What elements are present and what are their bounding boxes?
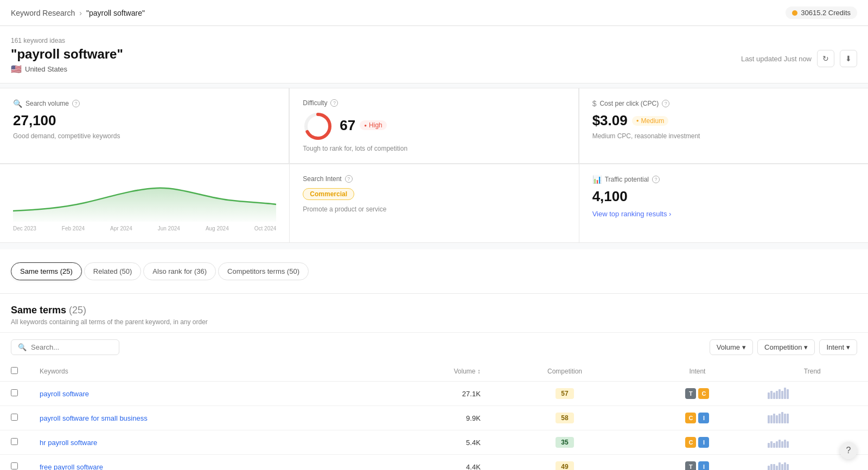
competition-filter-chevron-icon: ▾ [804, 343, 808, 351]
traffic-potential-value: 4,100 [592, 188, 855, 205]
keywords-table: Keywords Volume ↕ Competition Intent Tre… [0, 362, 868, 470]
keyword-link-1[interactable]: payroll software for small business [40, 414, 148, 422]
search-box[interactable]: 🔍 [11, 339, 119, 355]
search-box-icon: 🔍 [18, 343, 27, 351]
intent-badge-C-1: C [685, 413, 696, 423]
search-volume-metric: 🔍 Search volume ? 27,100 Good demand, co… [0, 88, 289, 164]
select-all-checkbox[interactable] [11, 367, 18, 374]
keywords-col-header: Keywords [29, 362, 366, 382]
cpc-sub: Medium CPC, reasonable investment [592, 132, 855, 140]
traffic-potential-info-icon[interactable]: ? [652, 176, 660, 183]
help-button[interactable]: ? [840, 442, 857, 459]
chart-label-4: Aug 2024 [206, 226, 229, 231]
search-volume-info-icon[interactable]: ? [72, 100, 80, 107]
section-desc: All keywords containing all terms of the… [11, 318, 857, 326]
filter-buttons: Volume ▾ Competition ▾ Intent ▾ [710, 339, 857, 355]
search-input[interactable] [31, 343, 112, 351]
table-container: 🔍 Volume ▾ Competition ▾ Intent ▾ [0, 332, 868, 470]
chart-label-3: Jun 2024 [158, 226, 180, 231]
difficulty-label: Difficulty [303, 99, 327, 107]
download-button[interactable]: ⬇ [840, 50, 857, 67]
traffic-potential-metric: 📊 Traffic potential ? 4,100 View top ran… [579, 164, 868, 242]
intent-filter-chevron-icon: ▾ [846, 343, 850, 351]
trend-bars-1 [768, 413, 857, 423]
cpc-value: $3.09 [592, 112, 628, 129]
tab-also-rank-for[interactable]: Also rank for (36) [143, 262, 216, 280]
competition-badge-3: 49 [556, 461, 573, 470]
cpc-label: Cost per click (CPC) [599, 100, 659, 107]
row-checkbox-0[interactable] [11, 389, 18, 396]
intent-badge-I-2: I [698, 437, 709, 448]
intent-col-header: Intent [638, 362, 756, 382]
view-results-link[interactable]: View top ranking results › [592, 210, 672, 218]
sparkline-labels: Dec 2023 Feb 2024 Apr 2024 Jun 2024 Aug … [13, 226, 276, 231]
row-checkbox-3[interactable] [11, 462, 18, 469]
chart-label-0: Dec 2023 [13, 226, 36, 231]
competition-badge-2: 35 [556, 437, 573, 448]
volume-filter-chevron-icon: ▾ [742, 343, 746, 351]
sparkline-chart [13, 173, 276, 222]
volume-col-header[interactable]: Volume ↕ [366, 362, 492, 382]
search-volume-sub: Good demand, competitive keywords [13, 132, 276, 140]
intent-badges-3: TI [649, 461, 745, 470]
volume-filter-button[interactable]: Volume ▾ [710, 339, 753, 355]
table-row: payroll software for small business9.9K5… [0, 406, 868, 430]
search-intent-info-icon[interactable]: ? [345, 175, 353, 183]
competition-filter-button[interactable]: Competition ▾ [757, 339, 815, 355]
competition-col-header: Competition [492, 362, 638, 382]
table-row: free payroll software4.4K49TI [0, 455, 868, 471]
country-flag-icon: 🇺🇸 [11, 64, 22, 74]
keyword-link-2[interactable]: hr payroll software [40, 439, 97, 447]
intent-filter-button[interactable]: Intent ▾ [819, 339, 857, 355]
intent-badge-T-0: T [685, 388, 696, 399]
traffic-potential-label: Traffic potential [605, 176, 649, 183]
difficulty-value: 67 [340, 117, 355, 134]
trend-col-header: Trend [757, 362, 868, 382]
tab-same-terms[interactable]: Same terms (25) [11, 262, 82, 280]
difficulty-info-icon[interactable]: ? [330, 99, 338, 107]
trend-bars-3 [768, 461, 857, 470]
competition-badge-1: 58 [556, 413, 573, 423]
credits-dot-icon [792, 10, 797, 16]
tab-related[interactable]: Related (50) [84, 262, 142, 280]
section-title: Same terms (25) [11, 305, 857, 316]
cpc-metric: $ Cost per click (CPC) ? $3.09 Medium Me… [579, 88, 868, 164]
cpc-badge: Medium [632, 116, 669, 126]
intent-badge-T-3: T [685, 461, 696, 470]
search-intent-value: Commercial [303, 188, 354, 200]
tabs-row: Same terms (25) Related (50) Also rank f… [11, 256, 857, 287]
breadcrumb-current: "payroll software" [86, 9, 145, 17]
search-intent-sub: Promote a product or service [303, 205, 565, 213]
search-volume-label: Search volume [25, 100, 69, 107]
intent-badges-1: CI [649, 413, 745, 423]
difficulty-donut [303, 111, 333, 141]
volume-cell-2: 5.4K [366, 430, 492, 455]
intent-badge-I-1: I [698, 413, 709, 423]
trend-bars-0 [768, 388, 857, 399]
breadcrumb-parent[interactable]: Keyword Research [11, 9, 75, 17]
intent-badge-I-3: I [698, 461, 709, 470]
volume-cell-0: 27.1K [366, 382, 492, 406]
intent-badge-C-0: C [698, 388, 709, 399]
select-all-header[interactable] [0, 362, 29, 382]
refresh-button[interactable]: ↻ [817, 50, 834, 67]
cpc-info-icon[interactable]: ? [662, 100, 669, 107]
keyword-count: 161 keyword ideas [11, 37, 123, 44]
traffic-potential-icon: 📊 [592, 175, 602, 184]
row-checkbox-1[interactable] [11, 414, 18, 421]
tabs-container: Same terms (25) Related (50) Also rank f… [0, 249, 868, 294]
row-checkbox-2[interactable] [11, 438, 18, 445]
table-row: hr payroll software5.4K35CI [0, 430, 868, 455]
breadcrumb-separator: › [79, 9, 82, 17]
chart-label-2: Apr 2024 [110, 226, 132, 231]
intent-badge-C-2: C [685, 437, 696, 448]
keyword-link-0[interactable]: payroll software [40, 390, 89, 398]
keyword-title: "payroll software" [11, 47, 123, 62]
tab-competitors-terms[interactable]: Competitors terms (50) [218, 262, 309, 280]
country-name: United States [25, 65, 67, 73]
keyword-link-3[interactable]: free payroll software [40, 463, 103, 471]
chart-label-5: Oct 2024 [254, 226, 277, 231]
metrics-section: 🔍 Search volume ? 27,100 Good demand, co… [0, 88, 868, 243]
difficulty-badge: High [360, 120, 387, 130]
intent-badges-0: TC [649, 388, 745, 399]
